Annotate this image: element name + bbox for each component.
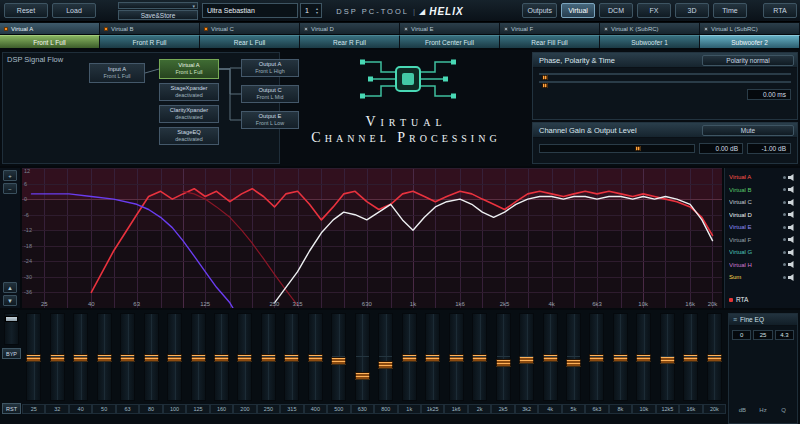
eq-band-handle[interactable]	[519, 356, 534, 364]
eq-band-slider-200[interactable]	[237, 313, 252, 401]
speaker-icon[interactable]	[788, 186, 796, 193]
eq-band-handle[interactable]	[472, 354, 487, 362]
eq-band-handle[interactable]	[237, 354, 252, 362]
eq-band-slider-315[interactable]	[284, 313, 299, 401]
eq-band-slider-250[interactable]	[261, 313, 276, 401]
eq-band-handle[interactable]	[97, 354, 112, 362]
phase-slider[interactable]	[539, 73, 791, 75]
speaker-icon[interactable]	[788, 224, 796, 231]
flow-node-clarityxpander[interactable]: ClarityXpanderdeactivated	[159, 105, 219, 123]
gain-slider-handle[interactable]	[635, 146, 641, 151]
legend-item-sum[interactable]: Sum	[729, 271, 796, 284]
legend-item-virtual-c[interactable]: Virtual C	[729, 196, 796, 209]
eq-band-handle[interactable]	[543, 354, 558, 362]
legend-item-virtual-h[interactable]: Virtual H	[729, 259, 796, 272]
zoom-in-button[interactable]: +	[3, 170, 17, 181]
topbar-button-fx[interactable]: FX	[637, 3, 671, 18]
frequency-response-plot[interactable]: 1260-6-12-18-24-30-36 254063125250315630…	[22, 168, 722, 308]
legend-item-virtual-b[interactable]: Virtual B	[729, 184, 796, 197]
delay-slider[interactable]	[539, 81, 791, 83]
eq-band-handle[interactable]	[636, 354, 651, 362]
topbar-button-3d[interactable]: 3D	[675, 3, 709, 18]
eq-band-handle[interactable]	[191, 354, 206, 362]
virtual-tab-virtual-a[interactable]: Virtual A	[0, 23, 100, 34]
legend-item-virtual-e[interactable]: Virtual E	[729, 221, 796, 234]
virtual-tab-virtual-f[interactable]: Virtual F	[500, 23, 600, 34]
topbar-button-outputs[interactable]: Outputs	[522, 3, 557, 18]
virtual-tab-virtual-l-subrc[interactable]: Virtual L (SubRC)	[700, 23, 800, 34]
speaker-icon[interactable]	[788, 174, 796, 181]
fine-eq-freq-field[interactable]: 25	[753, 330, 772, 340]
scroll-up-button[interactable]: ▲	[3, 282, 17, 293]
polarity-button[interactable]: Polarity normal	[702, 55, 794, 66]
fine-eq-q-field[interactable]: 4.3	[775, 330, 794, 340]
eq-band-handle[interactable]	[449, 354, 464, 362]
eq-band-slider-500[interactable]	[331, 313, 346, 401]
reset-eq-button[interactable]: RST	[2, 403, 21, 414]
eq-band-slider-4k[interactable]	[543, 313, 558, 401]
flow-node-stagexpander[interactable]: StageXpanderdeactivated	[159, 83, 219, 101]
eq-band-slider-12k5[interactable]	[660, 313, 675, 401]
master-fader[interactable]	[4, 313, 19, 345]
preset-dropdown[interactable]: ▾	[118, 2, 198, 9]
flow-node-stageeq[interactable]: StageEQdeactivated	[159, 127, 219, 145]
eq-band-handle[interactable]	[496, 359, 511, 367]
eq-band-slider-32[interactable]	[50, 313, 65, 401]
bypass-button[interactable]: BYP	[2, 348, 21, 359]
virtual-tab-virtual-k-subrc[interactable]: Virtual K (SubRC)	[600, 23, 700, 34]
preset-number-stepper[interactable]: 1 ▴▾	[300, 3, 322, 18]
eq-band-handle[interactable]	[425, 354, 440, 362]
eq-band-handle[interactable]	[214, 354, 229, 362]
eq-band-handle[interactable]	[308, 354, 323, 362]
fine-eq-gain-field[interactable]: 0	[732, 330, 751, 340]
legend-item-virtual-g[interactable]: Virtual G	[729, 246, 796, 259]
speaker-icon[interactable]	[788, 274, 796, 281]
save-store-button[interactable]: Save&Store	[118, 10, 198, 20]
mute-button[interactable]: Mute	[702, 125, 794, 136]
eq-band-slider-1k[interactable]	[402, 313, 417, 401]
eq-band-handle[interactable]	[261, 354, 276, 362]
eq-band-slider-125[interactable]	[191, 313, 206, 401]
eq-band-handle[interactable]	[26, 354, 41, 362]
eq-band-handle[interactable]	[613, 354, 628, 362]
phase-slider-handle[interactable]	[542, 75, 548, 80]
legend-item-virtual-d[interactable]: Virtual D	[729, 209, 796, 222]
eq-band-handle[interactable]	[167, 354, 182, 362]
preset-name-input[interactable]	[202, 3, 298, 18]
topbar-button-virtual[interactable]: Virtual	[561, 3, 595, 18]
scroll-down-button[interactable]: ▼	[3, 295, 17, 306]
channel-button-rear-fill-full[interactable]: Rear Fill Full	[500, 35, 600, 48]
channel-button-front-center-full[interactable]: Front Center Full	[400, 35, 500, 48]
channel-button-rear-l-full[interactable]: Rear L Full	[200, 35, 300, 48]
eq-band-handle[interactable]	[50, 354, 65, 362]
topbar-button-dcm[interactable]: DCM	[599, 3, 633, 18]
eq-band-slider-6k3[interactable]	[589, 313, 604, 401]
eq-band-slider-2k5[interactable]	[496, 313, 511, 401]
eq-band-handle[interactable]	[660, 356, 675, 364]
reset-button[interactable]: Reset	[4, 3, 48, 18]
channel-button-front-l-full[interactable]: Front L Full	[0, 35, 100, 48]
zoom-out-button[interactable]: −	[3, 183, 17, 194]
topbar-button-rta[interactable]: RTA	[763, 3, 797, 18]
virtual-tab-virtual-d[interactable]: Virtual D	[300, 23, 400, 34]
speaker-icon[interactable]	[788, 199, 796, 206]
speaker-icon[interactable]	[788, 261, 796, 268]
eq-band-handle[interactable]	[402, 354, 417, 362]
flow-node-virtual-a[interactable]: Virtual AFront L Full	[159, 59, 219, 79]
eq-band-slider-800[interactable]	[378, 313, 393, 401]
speaker-icon[interactable]	[788, 211, 796, 218]
gain-slider[interactable]	[539, 144, 695, 153]
eq-band-handle[interactable]	[331, 357, 346, 365]
eq-band-slider-25[interactable]	[26, 313, 41, 401]
eq-band-slider-2k[interactable]	[472, 313, 487, 401]
eq-band-handle[interactable]	[707, 354, 722, 362]
eq-band-slider-40[interactable]	[73, 313, 88, 401]
eq-band-slider-400[interactable]	[308, 313, 323, 401]
eq-band-handle[interactable]	[355, 372, 370, 380]
eq-band-slider-8k[interactable]	[613, 313, 628, 401]
delay-slider-handle[interactable]	[542, 83, 548, 88]
virtual-tab-virtual-c[interactable]: Virtual C	[200, 23, 300, 34]
eq-band-slider-1k6[interactable]	[449, 313, 464, 401]
eq-band-slider-100[interactable]	[167, 313, 182, 401]
eq-band-slider-20k[interactable]	[707, 313, 722, 401]
